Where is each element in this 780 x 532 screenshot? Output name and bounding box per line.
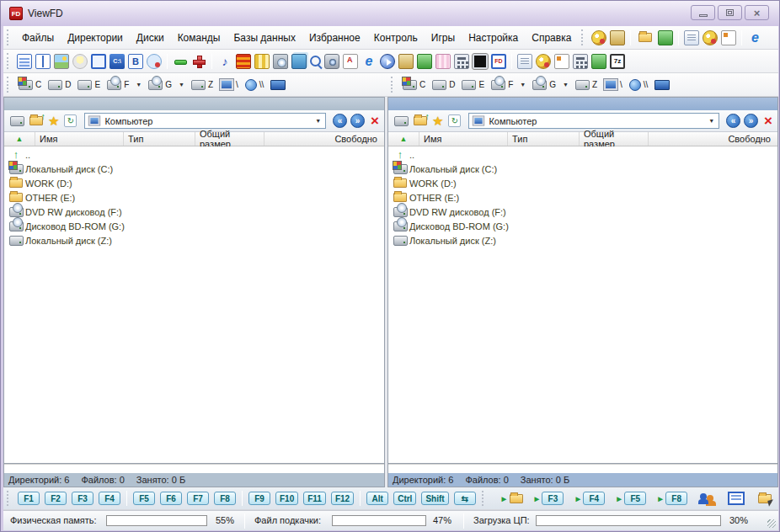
equalizer-icon[interactable] [236, 54, 251, 69]
f12-button[interactable]: F12 [331, 492, 354, 505]
menu-games[interactable]: Игры [425, 29, 462, 47]
network-share-button[interactable]: \\ [626, 77, 652, 93]
list-item[interactable]: Локальный диск (C:) [388, 162, 777, 176]
column-free[interactable]: Свободно [264, 132, 384, 146]
up-folder-button[interactable]: ↑ [29, 116, 43, 125]
drive-d-button[interactable]: D [45, 78, 74, 92]
alt-button[interactable]: Alt [366, 492, 388, 505]
list-item[interactable]: WORK (D:) [4, 176, 384, 190]
toolbar-grip[interactable] [581, 29, 585, 45]
add-icon[interactable] [191, 54, 206, 69]
paint-palette-icon[interactable] [536, 54, 551, 69]
paint-tools-icon[interactable] [610, 30, 625, 45]
favorites-star-icon[interactable]: ★ [48, 114, 59, 129]
seven-zip-icon[interactable]: 7z [610, 54, 625, 69]
menu-disks[interactable]: Диски [130, 29, 171, 47]
sort-column-header[interactable]: ▲ [4, 132, 35, 146]
console-icon[interactable]: C:\ [110, 54, 125, 69]
favorites-star-icon[interactable]: ★ [432, 114, 443, 129]
drive-f-button[interactable]: F [488, 78, 516, 92]
filmstrip-icon[interactable] [254, 54, 270, 69]
file-list[interactable]: ↑.. Локальный диск (C:) WORK (D:) OTHER … [4, 146, 384, 463]
resize-grip-icon[interactable] [767, 519, 776, 528]
internet-explorer-icon[interactable]: e [361, 54, 377, 69]
internet-explorer-icon[interactable]: e [747, 30, 762, 45]
path-combobox[interactable]: Компьютер ▼ [84, 113, 326, 129]
f9-button[interactable]: F9 [248, 492, 270, 505]
close-tab-button[interactable]: × [764, 114, 772, 127]
drive-e-button[interactable]: E [458, 78, 488, 92]
search-viewer-icon[interactable] [310, 56, 321, 66]
calculator-2-icon[interactable] [573, 54, 588, 69]
combobox-dropdown-icon[interactable]: ▼ [707, 118, 716, 124]
close-button[interactable]: × [745, 5, 769, 20]
maximize-button[interactable] [718, 5, 742, 20]
list-item[interactable]: Локальный диск (Z:) [4, 233, 384, 247]
view-table-icon[interactable] [17, 54, 32, 69]
menu-help[interactable]: Справка [525, 29, 578, 47]
file-list[interactable]: ↑.. Локальный диск (C:) WORK (D:) OTHER … [388, 146, 777, 463]
panel-header-band[interactable] [4, 98, 384, 110]
f7-button[interactable]: F7 [187, 492, 209, 505]
history-forward-button[interactable]: » [350, 114, 365, 128]
list-item[interactable]: Локальный диск (Z:) [388, 233, 777, 247]
list-item[interactable]: Дисковод BD-ROM (G:) [4, 219, 384, 233]
drive-z-button[interactable]: Z [188, 78, 216, 92]
ctrl-button[interactable]: Ctrl [393, 492, 416, 505]
drive-c-button[interactable]: C [399, 78, 429, 92]
media-palette-icon[interactable] [703, 30, 718, 45]
list-item[interactable]: DVD RW дисковод (F:) [388, 205, 777, 219]
combobox-dropdown-icon[interactable]: ▼ [313, 118, 323, 124]
music-note-icon[interactable]: ♪ [217, 54, 232, 69]
column-total-size[interactable]: Общий размер [195, 132, 264, 146]
view-columns-icon[interactable] [35, 54, 51, 69]
list-item[interactable]: WORK (D:) [388, 176, 777, 190]
list-item[interactable]: OTHER (E:) [4, 190, 384, 205]
cd-player-icon[interactable] [273, 54, 288, 69]
up-folder-button[interactable]: ↑ [414, 116, 427, 125]
toolbar-grip[interactable] [7, 29, 10, 45]
list-item[interactable]: Локальный диск (C:) [4, 162, 384, 176]
network-root-button[interactable]: \ [601, 77, 626, 92]
window-list-icon[interactable] [728, 492, 745, 505]
menu-settings[interactable]: Настройка [462, 29, 525, 47]
quick-f8-button[interactable]: ►F8 [651, 492, 687, 505]
drive-c-button[interactable]: C [15, 78, 45, 92]
list-item[interactable]: DVD RW дисковод (F:) [4, 205, 384, 219]
document-icon[interactable] [721, 30, 736, 45]
column-free[interactable]: Свободно [649, 132, 777, 146]
toolbar-grip[interactable] [391, 77, 394, 93]
wordpad-icon[interactable] [554, 54, 569, 69]
column-type[interactable]: Тип [124, 132, 195, 146]
menu-databases[interactable]: Базы данных [227, 29, 302, 47]
drive-f-button[interactable]: F [104, 78, 132, 92]
drive-d-button[interactable]: D [429, 78, 458, 92]
f2-button[interactable]: F2 [45, 492, 67, 505]
folder-globe-icon[interactable] [658, 30, 673, 45]
notepad-icon[interactable] [517, 54, 532, 69]
drive-f-dropdown-icon[interactable]: ▼ [520, 82, 526, 88]
f3-button[interactable]: F3 [72, 492, 93, 505]
refresh-icon[interactable]: ↻ [64, 114, 77, 127]
current-drive-icon[interactable] [394, 116, 409, 126]
f5-button[interactable]: F5 [133, 492, 155, 505]
column-total-size[interactable]: Общий размер [580, 132, 649, 146]
column-type[interactable]: Тип [508, 132, 580, 146]
drive-g-dropdown-icon[interactable]: ▼ [563, 82, 569, 88]
toolbar-grip[interactable] [7, 77, 10, 93]
open-folder-icon[interactable] [638, 33, 652, 42]
remove-icon[interactable] [173, 54, 188, 69]
history-back-button[interactable]: « [333, 114, 347, 128]
media-player-icon[interactable] [380, 54, 395, 69]
drive-g-dropdown-icon[interactable]: ▼ [179, 82, 184, 88]
menu-commands[interactable]: Команды [171, 29, 227, 47]
menu-directories[interactable]: Директории [61, 29, 130, 47]
shift-button[interactable]: Shift [421, 492, 448, 505]
palette-colors-icon[interactable] [147, 54, 162, 69]
title-bar[interactable]: FD ViewFD × [1, 1, 779, 26]
f11-button[interactable]: F11 [303, 492, 326, 505]
monitor-icon[interactable] [473, 54, 488, 69]
f4-button[interactable]: F4 [99, 492, 120, 505]
notebook-icon[interactable] [684, 30, 699, 45]
list-item[interactable]: Дисковод BD-ROM (G:) [388, 219, 777, 233]
